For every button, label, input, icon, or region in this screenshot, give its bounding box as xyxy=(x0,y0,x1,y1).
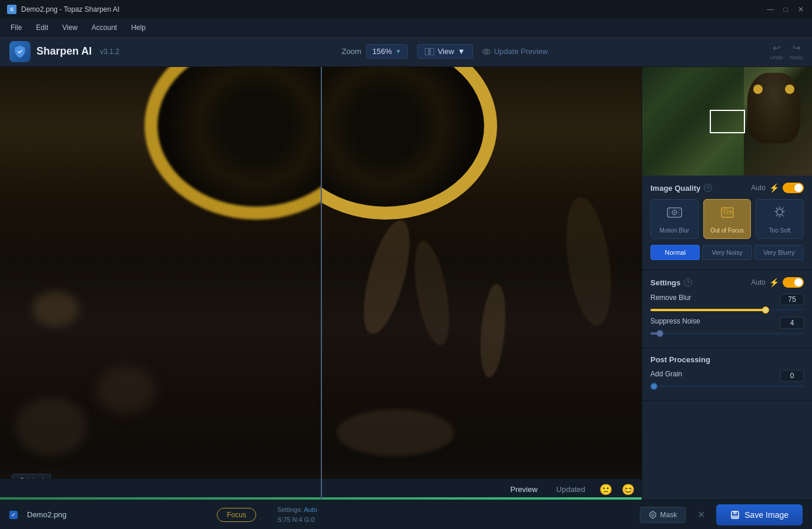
svg-rect-15 xyxy=(733,511,737,514)
image-quality-help-icon[interactable]: ? xyxy=(704,184,712,192)
fur-2 xyxy=(96,366,155,413)
remove-blur-fill xyxy=(650,309,766,311)
out-of-focus-label: Out of Focus xyxy=(710,227,744,234)
image-quality-section: Image Quality ? Auto ⚡ xyxy=(642,176,812,270)
settings-auto-value[interactable]: Auto xyxy=(304,506,317,513)
focus-badge[interactable]: Focus xyxy=(217,508,256,522)
add-grain-row: Add Grain 0 xyxy=(650,370,804,388)
save-icon xyxy=(730,510,740,520)
happy-emoji-button[interactable]: 😊 xyxy=(622,483,635,496)
add-grain-value[interactable]: 0 xyxy=(780,370,804,382)
fur-1 xyxy=(32,291,79,326)
post-processing-section: Post Processing Add Grain 0 xyxy=(642,348,812,401)
mask-icon xyxy=(649,511,657,519)
processed-image-half xyxy=(321,67,642,500)
remove-blur-label-row: Remove Blur 75 xyxy=(650,294,804,305)
undo-icon: ↩ xyxy=(773,42,780,53)
thumbnail-viewport[interactable] xyxy=(710,110,745,133)
menu-view[interactable]: View xyxy=(56,21,83,34)
suppress-noise-label-row: Suppress Noise 4 xyxy=(650,317,804,329)
motion-blur-icon xyxy=(666,204,683,224)
titlebar: S Demo2.png - Topaz Sharpen AI — □ ✕ xyxy=(0,0,812,19)
sad-emoji-button[interactable]: 🙁 xyxy=(599,483,612,496)
auto-toggle[interactable] xyxy=(783,183,804,193)
post-processing-label: Post Processing xyxy=(650,355,710,364)
save-image-button[interactable]: Save Image xyxy=(716,504,803,525)
settings-title: Settings xyxy=(650,278,680,287)
redo-button[interactable]: ↪ Redo xyxy=(790,42,803,60)
remove-blur-thumb[interactable] xyxy=(762,306,769,314)
app-version: v3.1.2 xyxy=(100,48,119,56)
preview-tab[interactable]: Preview xyxy=(506,483,542,496)
view-button[interactable]: View ▼ xyxy=(417,44,473,59)
undo-label: Undo xyxy=(770,55,783,60)
fur-3 xyxy=(16,397,86,456)
very-noisy-tab[interactable]: Very Noisy xyxy=(702,245,751,260)
suppress-noise-thumb[interactable] xyxy=(656,330,663,337)
too-soft-button[interactable]: Too Soft xyxy=(756,199,804,239)
suppress-noise-label: Suppress Noise xyxy=(650,317,700,329)
zoom-chevron-icon: ▼ xyxy=(395,48,401,55)
image-quality-title-group: Image Quality ? xyxy=(650,184,712,193)
svg-rect-1 xyxy=(430,48,434,55)
settings-detail: S:75 N:4 G:0 xyxy=(277,516,315,523)
post-processing-header: Post Processing xyxy=(650,355,804,364)
normal-tab[interactable]: Normal xyxy=(650,245,700,260)
menu-account[interactable]: Account xyxy=(86,21,123,34)
titlebar-app-icon: S xyxy=(7,5,16,14)
minimize-button[interactable]: — xyxy=(766,5,774,14)
maximize-button[interactable]: □ xyxy=(781,5,790,14)
zoom-dropdown[interactable]: 156% ▼ xyxy=(366,44,408,59)
fur-bottom xyxy=(337,409,454,456)
menubar: File Edit View Account Help xyxy=(0,19,812,36)
redo-label: Redo xyxy=(790,55,803,60)
image-quality-header: Image Quality ? Auto ⚡ xyxy=(650,183,804,193)
remove-blur-track[interactable] xyxy=(650,309,804,311)
filename-label: Demo2.png xyxy=(27,510,66,519)
add-grain-label: Add Grain xyxy=(650,370,682,382)
remove-blur-value[interactable]: 75 xyxy=(780,294,804,305)
menu-file[interactable]: File xyxy=(5,21,28,34)
out-of-focus-button[interactable]: Out of Focus xyxy=(703,199,751,239)
svg-rect-8 xyxy=(724,210,728,213)
very-blurry-tab[interactable]: Very Blurry xyxy=(754,245,804,260)
motion-blur-label: Motion Blur xyxy=(660,227,690,234)
bottom-bar: ✓ Demo2.png Focus Settings: Auto S:75 N:… xyxy=(0,500,812,529)
eye-icon xyxy=(482,48,491,56)
remove-blur-label: Remove Blur xyxy=(650,294,691,305)
add-grain-track[interactable] xyxy=(650,385,804,388)
suppress-noise-value[interactable]: 4 xyxy=(780,317,804,329)
suppress-noise-track[interactable] xyxy=(650,332,804,335)
view-chevron-icon: ▼ xyxy=(458,47,465,56)
logo-area: Sharpen AIv3.1.2 xyxy=(9,41,119,62)
image-quality-title: Image Quality xyxy=(650,184,700,193)
thumbnail-owl xyxy=(747,73,800,143)
motion-blur-button[interactable]: Motion Blur xyxy=(650,199,699,239)
close-item-button[interactable]: ✕ xyxy=(693,507,709,523)
zoom-value: 156% xyxy=(373,47,392,56)
undo-button[interactable]: ↩ Undo xyxy=(770,42,783,60)
settings-label: Settings: xyxy=(277,506,303,513)
updated-tab[interactable]: Updated xyxy=(552,483,590,496)
close-button[interactable]: ✕ xyxy=(797,5,805,14)
settings-auto-toggle[interactable] xyxy=(783,277,804,288)
canvas-divider[interactable] xyxy=(321,67,322,500)
canvas-wrapper: Original Preview Updated 🙁 😊 xyxy=(0,67,642,500)
titlebar-controls: — □ ✕ xyxy=(766,5,805,14)
svg-point-6 xyxy=(673,212,675,214)
remove-blur-row: Remove Blur 75 xyxy=(650,294,804,311)
add-grain-thumb[interactable] xyxy=(650,383,657,390)
app-name: Sharpen AI xyxy=(36,45,92,58)
mask-button[interactable]: Mask xyxy=(640,507,686,523)
menu-help[interactable]: Help xyxy=(125,21,152,34)
settings-help-icon[interactable]: ? xyxy=(684,278,692,287)
zoom-control: Zoom 156% ▼ xyxy=(342,44,408,59)
update-preview-button[interactable]: Update Preview xyxy=(482,47,548,56)
logo-icon xyxy=(9,41,31,62)
menu-edit[interactable]: Edit xyxy=(30,21,54,34)
file-checkbox[interactable]: ✓ xyxy=(9,511,18,519)
settings-header: Settings ? Auto ⚡ xyxy=(650,277,804,288)
redo-icon: ↪ xyxy=(793,42,800,53)
view-icon xyxy=(425,48,434,55)
svg-rect-16 xyxy=(732,515,738,518)
